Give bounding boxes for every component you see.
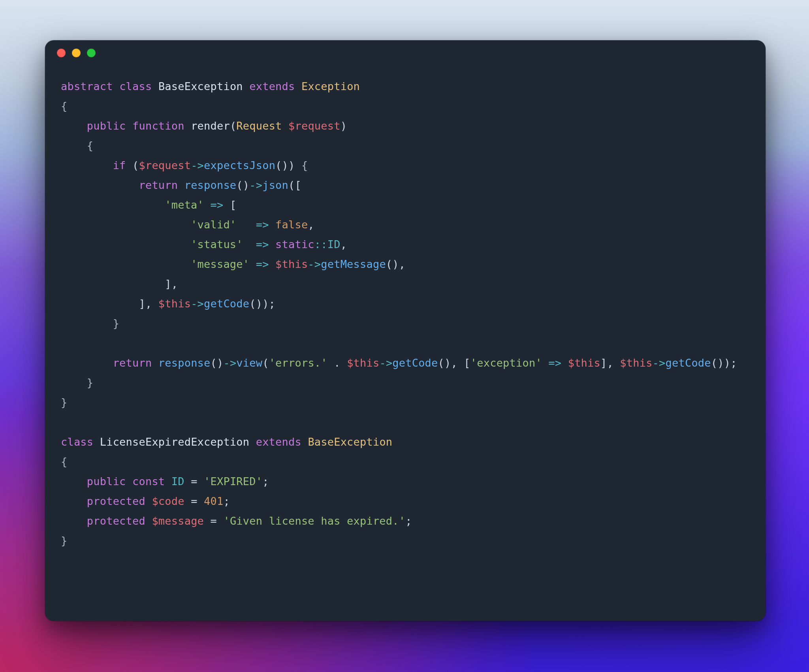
code-token: if [113, 159, 126, 171]
code-line: return response()->view('errors.' . $thi… [61, 353, 750, 373]
code-token: = [184, 495, 204, 507]
code-token: public [87, 120, 126, 132]
code-token: json [262, 179, 288, 191]
code-token: class [61, 436, 93, 448]
code-token: 'meta' [165, 199, 204, 211]
code-token: -> [379, 357, 392, 369]
code-line: if ($request->expectsJson()) { [61, 156, 750, 175]
code-token: 'Given license has expired.' [223, 515, 405, 527]
code-token: => [256, 258, 269, 270]
code-token: ( [230, 120, 236, 132]
code-token [243, 80, 249, 92]
code-token: extends [256, 436, 301, 448]
code-token [61, 120, 87, 132]
code-token [61, 179, 139, 191]
code-token: response [184, 179, 237, 191]
code-token: ()); [711, 357, 737, 369]
code-line: protected $code = 401; [61, 491, 750, 511]
code-token: 401 [204, 495, 223, 507]
code-token: static [275, 238, 314, 250]
code-token [269, 218, 275, 231]
code-token [561, 357, 568, 369]
code-token: { [61, 456, 67, 468]
code-token: function [132, 120, 184, 132]
code-token [61, 159, 113, 171]
minimize-icon[interactable] [72, 49, 81, 57]
code-token [165, 475, 171, 488]
code-token: protected [87, 515, 145, 527]
code-token: 'message' [191, 258, 249, 270]
code-token: LicenseExpiredException [100, 436, 249, 448]
code-line: return response()->json([ [61, 175, 750, 195]
code-token: $request [139, 159, 191, 171]
code-token [152, 80, 158, 92]
code-token: ], [61, 297, 158, 310]
code-token: => [256, 218, 269, 231]
code-token: ID [327, 238, 341, 250]
code-token: } [61, 535, 67, 547]
code-token [152, 357, 158, 369]
code-token: } [61, 396, 67, 408]
code-token [243, 238, 256, 250]
code-token: ) [341, 120, 347, 132]
code-token: ; [223, 495, 230, 507]
code-token [113, 80, 119, 92]
code-token: 'valid' [191, 218, 236, 231]
code-token: -> [249, 179, 262, 191]
code-token: { [61, 100, 67, 112]
code-token [61, 218, 191, 231]
code-line: { [61, 136, 750, 156]
code-token: public [87, 475, 126, 488]
code-token [249, 258, 256, 270]
code-line: ], [61, 274, 750, 294]
code-token: ID [171, 475, 184, 488]
code-token: $this [620, 357, 652, 369]
code-token: $message [152, 515, 204, 527]
code-editor[interactable]: abstract class BaseException extends Exc… [45, 66, 766, 567]
code-token: () [236, 179, 249, 191]
code-line: public function render(Request $request) [61, 116, 750, 136]
code-token [269, 238, 275, 250]
code-line: protected $message = 'Given license has … [61, 511, 750, 531]
code-line: 'meta' => [ [61, 195, 750, 215]
code-token [145, 495, 152, 507]
code-token: abstract [61, 80, 113, 92]
code-token [61, 495, 87, 507]
code-token [61, 357, 113, 369]
code-line: } [61, 393, 750, 412]
code-token [249, 436, 256, 448]
code-token: const [132, 475, 165, 488]
code-token: (), [386, 258, 405, 270]
code-token: ( [126, 159, 139, 171]
code-token: ], [61, 278, 178, 290]
code-token [126, 120, 132, 132]
code-token: BaseException [158, 80, 243, 92]
code-token: expectsJson [204, 159, 275, 171]
code-token: . [327, 357, 347, 369]
code-token: response [158, 357, 211, 369]
code-token: => [548, 357, 561, 369]
code-token [282, 120, 288, 132]
code-token [61, 258, 191, 270]
code-token: $this [158, 297, 191, 310]
window-titlebar [45, 40, 766, 66]
code-token: } [87, 376, 93, 389]
code-line [61, 333, 750, 353]
code-token [61, 199, 165, 211]
code-line: public const ID = 'EXPIRED'; [61, 472, 750, 491]
code-token: = [184, 475, 204, 488]
code-token [61, 139, 87, 152]
code-token: = [204, 515, 223, 527]
code-window: abstract class BaseException extends Exc… [45, 40, 766, 621]
code-token: ()) [275, 159, 301, 171]
zoom-icon[interactable] [87, 49, 96, 57]
code-token [542, 357, 548, 369]
code-token: ()); [249, 297, 275, 310]
code-token: -> [223, 357, 236, 369]
code-token: ([ [288, 179, 301, 191]
code-token: , [341, 238, 347, 250]
code-token: 'exception' [470, 357, 542, 369]
code-token: BaseException [308, 436, 392, 448]
close-icon[interactable] [57, 49, 66, 57]
code-token [61, 317, 113, 329]
